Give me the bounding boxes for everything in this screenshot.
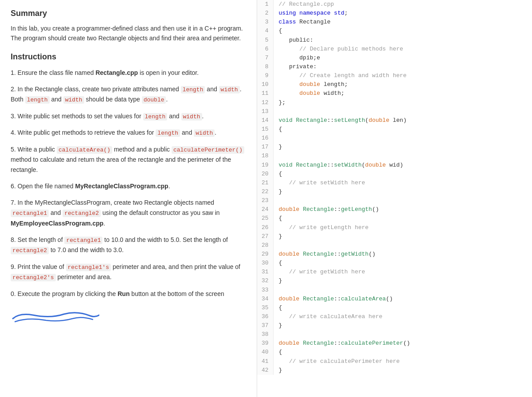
code-line-row: 31 // write getWidth here bbox=[257, 268, 532, 276]
code-content[interactable]: // write calculatePerimeter here bbox=[273, 357, 532, 366]
code-line-row: 30{ bbox=[257, 259, 532, 268]
sketch-annotation bbox=[11, 306, 246, 325]
code-line-row: 29double Rectangle::getWidth() bbox=[257, 250, 532, 259]
code-content[interactable]: void Rectangle::setLength(double len) bbox=[273, 116, 532, 125]
step-1: 1. Ensure the class file named Rectangle… bbox=[11, 68, 246, 78]
code-content[interactable]: // write setWidth here bbox=[273, 179, 532, 187]
line-number: 9 bbox=[257, 71, 273, 80]
code-line-row: 3class Rectangle bbox=[257, 18, 532, 27]
code-line-row: 13 bbox=[257, 107, 532, 116]
code-content[interactable] bbox=[273, 134, 532, 143]
line-number: 6 bbox=[257, 45, 273, 54]
step-9-text: 9. Print the value of rectangle1's perim… bbox=[11, 263, 240, 280]
code-line-row: 22} bbox=[257, 187, 532, 196]
code-line-row: 18 bbox=[257, 152, 532, 160]
code-content[interactable]: { bbox=[273, 348, 532, 357]
code-content[interactable] bbox=[273, 152, 532, 160]
line-number: 42 bbox=[257, 366, 273, 375]
line-number: 22 bbox=[257, 187, 273, 196]
step-7-text: 7. In the MyRectangleClassProgram, creat… bbox=[11, 199, 220, 227]
line-number: 41 bbox=[257, 357, 273, 366]
instructions-section: Instructions 1. Ensure the class file na… bbox=[11, 52, 246, 299]
sketch-svg bbox=[11, 306, 99, 324]
code-line-row: 35{ bbox=[257, 304, 532, 312]
line-number: 25 bbox=[257, 214, 273, 223]
code-line-row: 16 bbox=[257, 134, 532, 143]
code-content[interactable]: } bbox=[273, 232, 532, 241]
code-content[interactable]: // write getWidth here bbox=[273, 268, 532, 276]
code-content[interactable] bbox=[273, 196, 532, 205]
line-number: 16 bbox=[257, 134, 273, 143]
step-9: 9. Print the value of rectangle1's perim… bbox=[11, 262, 246, 283]
code-line-row: 20{ bbox=[257, 170, 532, 179]
code-line-row: 40{ bbox=[257, 348, 532, 357]
code-line-row: 8 private: bbox=[257, 62, 532, 71]
left-panel: Summary In this lab, you create a progra… bbox=[0, 0, 257, 397]
line-number: 27 bbox=[257, 232, 273, 241]
step-3: 3. Write public set methods to set the v… bbox=[11, 111, 246, 121]
summary-title: Summary bbox=[11, 9, 246, 18]
code-content[interactable]: { bbox=[273, 27, 532, 35]
code-line-row: 38 bbox=[257, 330, 532, 339]
code-line-row: 23 bbox=[257, 196, 532, 205]
step-7: 7. In the MyRectangleClassProgram, creat… bbox=[11, 198, 246, 229]
code-editor[interactable]: 1// Rectangle.cpp2using namespace std;3c… bbox=[257, 0, 532, 397]
line-number: 14 bbox=[257, 116, 273, 125]
code-line-row: 27} bbox=[257, 232, 532, 241]
code-content[interactable]: double Rectangle::calculatePerimeter() bbox=[273, 339, 532, 348]
code-content[interactable]: void Rectangle::setWidth(double wid) bbox=[273, 161, 532, 170]
line-number: 4 bbox=[257, 27, 273, 35]
code-content[interactable]: using namespace std; bbox=[273, 9, 532, 18]
code-content[interactable]: } bbox=[273, 276, 532, 285]
code-line-row: 39double Rectangle::calculatePerimeter() bbox=[257, 339, 532, 348]
code-content[interactable]: { bbox=[273, 125, 532, 134]
code-line-row: 4{ bbox=[257, 27, 532, 35]
summary-text: In this lab, you create a programmer-def… bbox=[11, 23, 246, 43]
code-content[interactable]: { bbox=[273, 304, 532, 312]
code-content[interactable]: double width; bbox=[273, 89, 532, 98]
step-6: 6. Open the file named MyRectangleClassP… bbox=[11, 181, 246, 191]
line-number: 19 bbox=[257, 161, 273, 170]
line-number: 39 bbox=[257, 339, 273, 348]
code-content[interactable] bbox=[273, 286, 532, 295]
line-number: 28 bbox=[257, 241, 273, 250]
code-content[interactable]: } bbox=[273, 366, 532, 375]
code-content[interactable]: }; bbox=[273, 98, 532, 107]
code-line-row: 33 bbox=[257, 286, 532, 295]
code-content[interactable]: } bbox=[273, 321, 532, 330]
code-line-row: 5 public: bbox=[257, 36, 532, 45]
summary-section: Summary In this lab, you create a progra… bbox=[11, 9, 246, 43]
code-content[interactable]: { bbox=[273, 214, 532, 223]
code-content[interactable]: double Rectangle::getLength() bbox=[273, 205, 532, 214]
code-content[interactable]: dpib;e bbox=[273, 54, 532, 62]
code-line-row: 21 // write setWidth here bbox=[257, 179, 532, 187]
code-content[interactable]: // Declare public methods here bbox=[273, 45, 532, 54]
code-content[interactable]: // Create length and width here bbox=[273, 71, 532, 80]
code-content[interactable]: private: bbox=[273, 62, 532, 71]
code-content[interactable]: // Rectangle.cpp bbox=[273, 0, 532, 9]
line-number: 38 bbox=[257, 330, 273, 339]
code-content[interactable]: } bbox=[273, 143, 532, 152]
code-content[interactable]: double Rectangle::calculateArea() bbox=[273, 295, 532, 304]
code-content[interactable]: // write getLength here bbox=[273, 223, 532, 232]
code-content[interactable] bbox=[273, 107, 532, 116]
line-number: 26 bbox=[257, 223, 273, 232]
code-line-row: 2using namespace std; bbox=[257, 9, 532, 18]
code-content[interactable] bbox=[273, 241, 532, 250]
code-content[interactable]: public: bbox=[273, 36, 532, 45]
code-content[interactable]: double Rectangle::getWidth() bbox=[273, 250, 532, 259]
code-content[interactable]: // write calculateArea here bbox=[273, 312, 532, 321]
code-content[interactable]: double length; bbox=[273, 80, 532, 89]
code-content[interactable]: class Rectangle bbox=[273, 18, 532, 27]
line-number: 3 bbox=[257, 18, 273, 27]
code-content[interactable]: { bbox=[273, 170, 532, 179]
step-10: 0. Execute the program by clicking the R… bbox=[11, 289, 246, 299]
line-number: 11 bbox=[257, 89, 273, 98]
line-number: 5 bbox=[257, 36, 273, 45]
step-6-text: 6. Open the file named MyRectangleClassP… bbox=[11, 183, 170, 190]
code-content[interactable]: } bbox=[273, 187, 532, 196]
code-content[interactable]: { bbox=[273, 259, 532, 268]
code-content[interactable] bbox=[273, 330, 532, 339]
line-number: 18 bbox=[257, 152, 273, 160]
line-number: 15 bbox=[257, 125, 273, 134]
